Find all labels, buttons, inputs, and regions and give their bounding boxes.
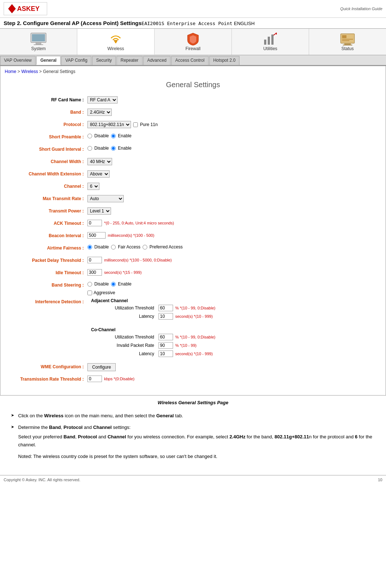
idle-timeout-input[interactable]: [87, 269, 102, 276]
short-guard-enable-radio[interactable]: [111, 146, 116, 151]
co-utilization-row: Utilization Threshold % *(10 - 99, 0:Dis…: [98, 334, 215, 340]
co-utilization-input[interactable]: [159, 334, 173, 340]
ack-timeout-value: *(0 - 255, 0:Auto, Unit:4 micro seconds): [87, 220, 174, 226]
band-steering-enable-radio[interactable]: [111, 282, 116, 287]
nav-utilities[interactable]: Utilities: [232, 29, 309, 55]
svg-marker-0: [8, 4, 16, 13]
svg-rect-4: [36, 42, 41, 44]
packet-delay-input[interactable]: [87, 257, 102, 263]
adj-utilization-input[interactable]: [159, 305, 173, 311]
instructions: Click on the Wireless icon on the main m…: [0, 412, 386, 471]
band-steering-enable-label: Enable: [118, 281, 131, 287]
channel-width-ext-label: Channel Width Extension :: [8, 170, 87, 177]
transmission-rate-value: kbps *(0:Disable): [87, 376, 135, 382]
tab-security[interactable]: Security: [92, 56, 116, 65]
svg-text:ASKEY: ASKEY: [17, 5, 40, 12]
ack-timeout-row: ACK Timeout : *(0 - 255, 0:Auto, Unit:4 …: [8, 220, 378, 229]
instruction-2: Determine the Band, Protocol and Channel…: [11, 423, 375, 449]
adj-latency-row: Latency second(s) *(10 - 999): [98, 313, 215, 320]
svg-rect-3: [32, 34, 45, 41]
adj-latency-label: Latency: [98, 314, 156, 319]
airtime-preferred-radio[interactable]: [143, 245, 147, 250]
nav-firewall-label: Firewall: [185, 46, 200, 51]
airtime-disable-radio[interactable]: [87, 245, 92, 250]
tab-hotspot[interactable]: Hotspot 2.0: [209, 56, 239, 65]
breadcrumb-sep1: >: [17, 69, 21, 74]
interference-detection-label: Interference Detection :: [8, 298, 87, 304]
nav-utilities-label: Utilities: [263, 46, 278, 51]
channel-select[interactable]: 6: [87, 183, 99, 190]
adjacent-channel-label: Adjacent Channel: [91, 298, 215, 303]
channel-row: Channel : 6: [8, 183, 378, 192]
co-channel-label: Co-Channel: [91, 327, 215, 332]
protocol-label: Protocol :: [8, 121, 87, 127]
airtime-fairness-value: Disable Fair Access Preferred Access: [87, 244, 182, 250]
idle-timeout-value: second(s) *(15 - 999): [87, 269, 141, 276]
status-icon: [338, 32, 357, 46]
channel-width-ext-value: Above: [87, 170, 110, 178]
short-preamble-enable-radio[interactable]: [111, 134, 116, 138]
short-guard-disable-radio[interactable]: [87, 146, 92, 151]
beacon-interval-input[interactable]: [87, 232, 106, 239]
svg-rect-15: [344, 43, 351, 45]
transmit-power-value: Level 1: [87, 207, 111, 215]
short-preamble-label: Short Preamble :: [8, 133, 87, 139]
tab-general[interactable]: General: [36, 56, 61, 65]
ack-timeout-input[interactable]: [87, 220, 102, 226]
tab-access-control[interactable]: Access Control: [171, 56, 209, 65]
channel-value: 6: [87, 183, 99, 190]
rf-card-name-value: RF Card A: [87, 96, 118, 104]
rf-card-name-select[interactable]: RF Card A: [87, 96, 118, 104]
short-guard-disable-label: Disable: [94, 146, 109, 151]
tab-vap-config[interactable]: VAP Config: [61, 56, 91, 65]
svg-rect-16: [343, 45, 352, 45]
beacon-interval-label: Beacon Interval :: [8, 232, 87, 238]
tab-advanced[interactable]: Advanced: [143, 56, 171, 65]
step-title: Step 2. Configure General AP (Access Poi…: [0, 18, 386, 29]
band-select[interactable]: 2.4GHz: [87, 109, 112, 116]
band-steering-aggressive-checkbox[interactable]: [87, 291, 92, 295]
rf-card-name-row: RF Card Name : RF Card A: [8, 96, 378, 106]
svg-rect-14: [342, 40, 349, 41]
breadcrumb-wireless[interactable]: Wireless: [21, 69, 38, 74]
co-latency-input[interactable]: [159, 350, 173, 357]
nav-status[interactable]: Status: [309, 29, 386, 55]
form-container: General Settings RF Card Name : RF Card …: [0, 77, 386, 395]
idle-timeout-hint: second(s) *(15 - 999): [104, 270, 141, 275]
max-transmit-select[interactable]: Auto: [87, 195, 124, 202]
header: ASKEY Quick Installation Guide: [0, 0, 386, 18]
logo-area: ASKEY: [4, 2, 47, 15]
short-preamble-disable-label: Disable: [94, 133, 109, 138]
transmit-power-select[interactable]: Level 1: [87, 207, 111, 215]
max-transmit-label: Max Transmit Rate :: [8, 195, 87, 201]
adj-latency-input[interactable]: [159, 313, 173, 320]
channel-width-ext-select[interactable]: Above: [87, 170, 110, 178]
tab-repeater[interactable]: Repeater: [116, 56, 142, 65]
nav-wireless[interactable]: Wireless: [77, 29, 155, 55]
short-preamble-disable-radio[interactable]: [87, 134, 92, 138]
adj-utilization-row: Utilization Threshold % *(10 - 99, 0:Dis…: [98, 305, 215, 311]
airtime-fair-radio[interactable]: [111, 245, 116, 250]
co-latency-label: Latency: [98, 351, 156, 356]
nav-system[interactable]: System: [0, 29, 77, 55]
svg-rect-10: [271, 35, 274, 45]
protocol-value: 802.11g+802.11n Pure 11n: [87, 121, 158, 128]
beacon-interval-value: millisecond(s) *(100 - 500): [87, 232, 154, 239]
channel-width-label: Channel Width :: [8, 158, 87, 164]
interference-detection-value: Adjacent Channel Utilization Threshold %…: [87, 298, 215, 360]
breadcrumb-home[interactable]: Home: [5, 69, 16, 74]
protocol-select[interactable]: 802.11g+802.11n: [87, 121, 131, 128]
nav-firewall[interactable]: Firewall: [155, 29, 232, 55]
pure-11n-checkbox[interactable]: [133, 122, 138, 127]
transmission-rate-input[interactable]: [87, 376, 102, 382]
packet-delay-row: Packet Delay Threshold : millisecond(s) …: [8, 257, 378, 266]
wme-configure-button[interactable]: Configure: [87, 363, 116, 371]
logo: ASKEY: [4, 2, 47, 15]
channel-width-select[interactable]: 40 MHz: [87, 158, 112, 165]
idle-timeout-row: Idle Timeout : second(s) *(15 - 999): [8, 269, 378, 279]
system-icon: [29, 32, 48, 46]
adj-utilization-hint: % *(10 - 99, 0:Disable): [175, 306, 215, 310]
band-steering-disable-radio[interactable]: [87, 282, 92, 287]
invalid-packet-input[interactable]: [159, 342, 173, 349]
tab-vap-overview[interactable]: VAP Overview: [0, 56, 36, 65]
